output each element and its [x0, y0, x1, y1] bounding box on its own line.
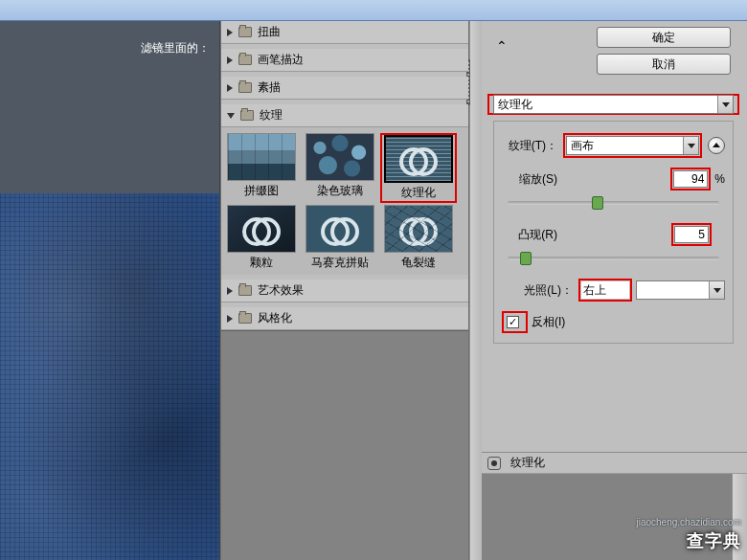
ok-button[interactable]: 确定: [597, 27, 731, 48]
thumb-image: [227, 205, 296, 253]
texture-dropdown-wrap: 画布: [563, 133, 702, 158]
disclosure-icon: [227, 315, 233, 323]
cancel-button[interactable]: 取消: [597, 54, 731, 75]
dropdown-value: 纹理化: [498, 97, 532, 113]
folder-icon: [238, 55, 252, 65]
scale-row: 缩放(S) 94 %: [502, 168, 725, 190]
disclosure-icon: [227, 56, 233, 64]
category-texture[interactable]: 纹理: [221, 104, 468, 127]
thumb-patchwork[interactable]: 拼缀图: [223, 133, 300, 203]
effect-layer-name: 纹理化: [510, 455, 545, 471]
relief-value-wrap: 5: [671, 223, 712, 246]
options-spacer: [482, 347, 747, 452]
invert-row: 反相(I): [502, 311, 725, 333]
scale-label: 缩放(S): [502, 171, 557, 188]
disclosure-icon: [227, 84, 233, 92]
texture-dropdown[interactable]: 画布: [566, 136, 699, 155]
thumb-texturizer[interactable]: 纹理化: [380, 133, 457, 203]
thumb-grain[interactable]: 颗粒: [223, 205, 300, 271]
invert-checkbox[interactable]: [507, 316, 519, 328]
preview-column: 滤镜里面的：: [0, 21, 219, 560]
invert-wrap: [502, 311, 528, 333]
texture-label: 纹理(T)：: [502, 138, 557, 154]
filter-select-panel: 纹理化 纹理(T)： 画布 缩放: [487, 94, 739, 344]
filter-dropdown-wrap: 纹理化: [487, 94, 739, 115]
category-sketch[interactable]: 素描: [221, 77, 468, 100]
filter-select-row: 纹理化: [487, 94, 739, 115]
texture-thumbnails: 拼缀图 染色玻璃 纹理化 颗粒 马赛克拼贴 龟裂缝: [221, 127, 468, 275]
invert-label: 反相(I): [532, 314, 565, 330]
dropdown-button-icon: [709, 281, 724, 299]
thumb-label: 纹理化: [401, 185, 436, 201]
thumb-craquelure[interactable]: 龟裂缝: [380, 205, 457, 271]
scale-slider-row: [502, 192, 725, 213]
scale-input[interactable]: 94: [673, 170, 708, 188]
slider-thumb[interactable]: [520, 252, 532, 265]
watermark-url: jiaocheng.chazidian.com: [636, 517, 741, 527]
filter-list-column: 扭曲 画笔描边 素描 纹理 拼缀图 染色玻璃: [221, 21, 469, 560]
folder-icon: [238, 285, 252, 296]
relief-slider-row: [502, 248, 725, 269]
vertical-scrollbar[interactable]: [469, 21, 482, 560]
collapse-icon[interactable]: ⌃: [496, 38, 508, 54]
watermark-text: 查字典: [687, 529, 741, 552]
texture-options-fieldset: 纹理(T)： 画布 缩放(S) 94 %: [493, 121, 734, 344]
scale-slider[interactable]: [508, 201, 719, 205]
percent-suffix: %: [714, 172, 725, 186]
category-label: 画笔描边: [258, 52, 304, 68]
category-artistic[interactable]: 艺术效果: [221, 280, 468, 302]
category-label: 纹理: [260, 107, 283, 123]
category-stylize[interactable]: 风格化: [221, 307, 468, 330]
dropdown-button-icon: [717, 96, 733, 113]
light-row: 光照(L)： 右上: [502, 279, 725, 302]
thumb-label: 颗粒: [250, 255, 273, 271]
button-label: 确定: [652, 31, 675, 44]
filter-dropdown[interactable]: 纹理化: [493, 95, 734, 114]
thumb-stained-glass[interactable]: 染色玻璃: [302, 133, 378, 203]
dropdown-value: 右上: [583, 282, 606, 299]
slider-thumb[interactable]: [592, 196, 603, 210]
scale-value-wrap: 94: [670, 168, 711, 190]
sidebar-caption: 滤镜里面的：: [0, 21, 219, 193]
input-value: 94: [691, 172, 704, 186]
texture-menu-button[interactable]: [708, 137, 725, 154]
thumb-image: [384, 135, 453, 183]
visibility-icon[interactable]: [487, 457, 501, 470]
thumb-label: 染色玻璃: [317, 183, 363, 199]
sidebar-caption-text: 滤镜里面的：: [141, 41, 210, 55]
folder-icon: [238, 313, 252, 324]
texture-row: 纹理(T)： 画布: [502, 133, 725, 158]
disclosure-icon: [227, 287, 233, 295]
filter-list-empty-area: [221, 330, 468, 560]
light-dropdown-wrap: 右上: [578, 279, 632, 302]
category-label: 风格化: [258, 310, 292, 326]
thumb-image: [306, 205, 374, 253]
folder-icon: [238, 27, 252, 37]
preview-canvas[interactable]: [0, 193, 219, 560]
relief-slider[interactable]: [508, 257, 719, 260]
category-distort[interactable]: 扭曲: [221, 21, 468, 44]
light-dropdown[interactable]: [636, 280, 725, 300]
thumb-label: 马赛克拼贴: [311, 255, 369, 271]
thumb-label: 龟裂缝: [401, 255, 436, 271]
thumb-image: [384, 205, 453, 253]
category-brush-strokes[interactable]: 画笔描边: [221, 49, 468, 72]
relief-input[interactable]: 5: [674, 226, 709, 243]
thumb-label: 拼缀图: [244, 183, 279, 199]
category-label: 素描: [258, 79, 281, 96]
disclosure-open-icon: [227, 113, 235, 119]
effect-layer-row[interactable]: 纹理化: [482, 453, 747, 474]
filter-gallery-window: 滤镜里面的： 扭曲 画笔描边 素描 纹理: [0, 21, 747, 560]
relief-label: 凸现(R): [502, 227, 557, 243]
thumb-mosaic-tiles[interactable]: 马赛克拼贴: [302, 205, 378, 271]
options-column: ⌃ 确定 取消 纹理化 纹理(T)： 画布: [482, 21, 747, 560]
dropdown-value: 画布: [571, 138, 594, 154]
thumb-image: [306, 133, 374, 181]
category-label: 扭曲: [258, 24, 281, 40]
light-value-display: 右上: [581, 281, 629, 299]
disclosure-icon: [227, 29, 233, 36]
light-label: 光照(L)：: [502, 282, 573, 299]
folder-icon: [238, 82, 252, 93]
button-label: 取消: [652, 57, 675, 71]
folder-icon: [240, 110, 254, 121]
